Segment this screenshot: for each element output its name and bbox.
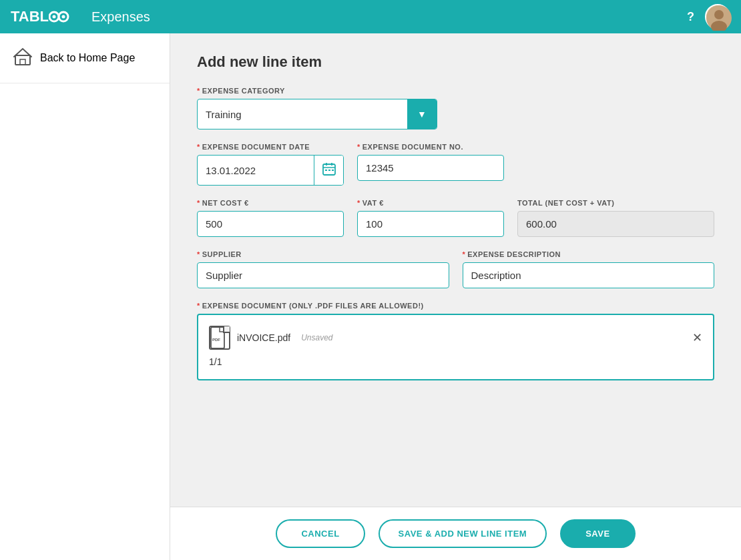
- svg-rect-15: [332, 170, 334, 171]
- svg-text:PDF: PDF: [212, 338, 220, 342]
- expense-docno-label: *EXPENSE DOCUMENT NO.: [357, 143, 504, 151]
- vat-label: *VAT €: [357, 199, 504, 207]
- file-pages: 1/1: [209, 356, 702, 367]
- header-left: TABL Expenses: [11, 8, 150, 25]
- total-field: TOTAL (NET COST + VAT) 600.00: [517, 199, 714, 237]
- chevron-down-icon: ▼: [417, 109, 427, 119]
- sidebar: Back to Home Page: [0, 33, 170, 560]
- net-cost-field: *NET COST €: [197, 199, 344, 237]
- user-avatar[interactable]: [705, 4, 730, 29]
- expense-date-field: *EXPENSE DOCUMENT DATE 13.01.2022: [197, 143, 344, 186]
- required-star-8: *: [197, 302, 200, 310]
- main-layout: Back to Home Page Add new line item *EXP…: [0, 33, 741, 560]
- calendar-icon: [322, 162, 336, 179]
- supplier-label: *SUPPLIER: [197, 250, 449, 258]
- total-value: 600.00: [517, 211, 714, 237]
- expense-desc-input[interactable]: [463, 262, 715, 288]
- svg-point-1: [53, 15, 56, 19]
- date-docno-row: *EXPENSE DOCUMENT DATE 13.01.2022: [197, 143, 714, 186]
- logo-text: TABL: [11, 8, 49, 25]
- supplier-field: *SUPPLIER: [197, 250, 449, 288]
- expense-desc-label: *EXPENSE DESCRIPTION: [463, 250, 715, 258]
- file-name: iNVOICE.pdf: [237, 332, 290, 343]
- vat-input[interactable]: [357, 211, 504, 237]
- dropdown-toggle-button[interactable]: ▼: [407, 99, 437, 129]
- document-upload-field: *EXPENSE DOCUMENT (ONLY .PDF FILES ARE A…: [197, 302, 714, 380]
- svg-point-5: [714, 10, 724, 19]
- net-cost-label: *NET COST €: [197, 199, 344, 207]
- save-button[interactable]: SAVE: [560, 519, 635, 548]
- file-row: PDF iNVOICE.pdf Unsaved ✕: [209, 326, 702, 350]
- expense-category-dropdown[interactable]: Training ▼: [197, 99, 437, 129]
- app-header: TABL Expenses ?: [0, 0, 741, 33]
- expense-desc-field: *EXPENSE DESCRIPTION: [463, 250, 715, 288]
- svg-rect-7: [15, 55, 30, 65]
- required-star-7: *: [463, 250, 466, 258]
- house-icon: [13, 47, 32, 65]
- logo: TABL: [11, 8, 73, 25]
- upload-dropzone[interactable]: PDF iNVOICE.pdf Unsaved ✕ 1/1: [197, 314, 714, 380]
- remove-file-button[interactable]: ✕: [692, 330, 702, 345]
- required-star-2: *: [197, 143, 200, 151]
- help-button[interactable]: ?: [687, 10, 694, 24]
- svg-rect-8: [20, 59, 25, 65]
- net-cost-input[interactable]: [197, 211, 344, 237]
- calendar-svg-icon: [322, 162, 336, 176]
- expense-docno-field: *EXPENSE DOCUMENT NO.: [357, 143, 504, 186]
- form-footer: CANCEL SAVE & ADD NEW LINE ITEM SAVE: [170, 507, 741, 560]
- expense-date-input-wrapper[interactable]: 13.01.2022: [197, 155, 344, 186]
- pdf-svg-icon: PDF: [210, 326, 229, 349]
- logo-circles-icon: [49, 9, 73, 25]
- header-right: ?: [687, 4, 730, 29]
- expense-category-field: *EXPENSE CATEGORY Training ▼: [197, 87, 714, 129]
- doc-upload-label: *EXPENSE DOCUMENT (ONLY .PDF FILES ARE A…: [197, 302, 714, 310]
- form-title: Add new line item: [197, 53, 714, 71]
- expense-date-value: 13.01.2022: [198, 158, 314, 183]
- content-area: Add new line item *EXPENSE CATEGORY Trai…: [170, 33, 741, 560]
- page-title: Expenses: [91, 9, 150, 25]
- save-add-button[interactable]: SAVE & ADD NEW LINE ITEM: [379, 519, 547, 548]
- file-info: PDF iNVOICE.pdf Unsaved: [209, 326, 333, 350]
- back-to-home-button[interactable]: Back to Home Page: [0, 33, 170, 83]
- expense-category-value: Training: [198, 102, 407, 127]
- svg-rect-13: [325, 170, 327, 171]
- home-icon: [13, 47, 32, 69]
- pdf-file-icon: PDF: [209, 326, 230, 350]
- svg-point-3: [62, 15, 65, 19]
- supplier-desc-row: *SUPPLIER *EXPENSE DESCRIPTION: [197, 250, 714, 288]
- expense-category-label: *EXPENSE CATEGORY: [197, 87, 714, 95]
- avatar-icon: [706, 5, 732, 31]
- form-container: Add new line item *EXPENSE CATEGORY Trai…: [170, 33, 741, 507]
- cost-row: *NET COST € *VAT € TOTAL (NET COST + VAT…: [197, 199, 714, 237]
- required-star-6: *: [197, 250, 200, 258]
- expense-date-label: *EXPENSE DOCUMENT DATE: [197, 143, 344, 151]
- total-label: TOTAL (NET COST + VAT): [517, 199, 714, 207]
- file-status-badge: Unsaved: [301, 333, 332, 342]
- calendar-button[interactable]: [314, 156, 343, 185]
- supplier-input[interactable]: [197, 262, 449, 288]
- expense-docno-input[interactable]: [357, 155, 504, 181]
- cancel-button[interactable]: CANCEL: [276, 519, 364, 548]
- svg-rect-14: [328, 170, 330, 171]
- required-star-4: *: [197, 199, 200, 207]
- vat-field: *VAT €: [357, 199, 504, 237]
- required-star: *: [197, 87, 200, 95]
- back-label: Back to Home Page: [40, 52, 135, 64]
- required-star-3: *: [357, 143, 360, 151]
- required-star-5: *: [357, 199, 360, 207]
